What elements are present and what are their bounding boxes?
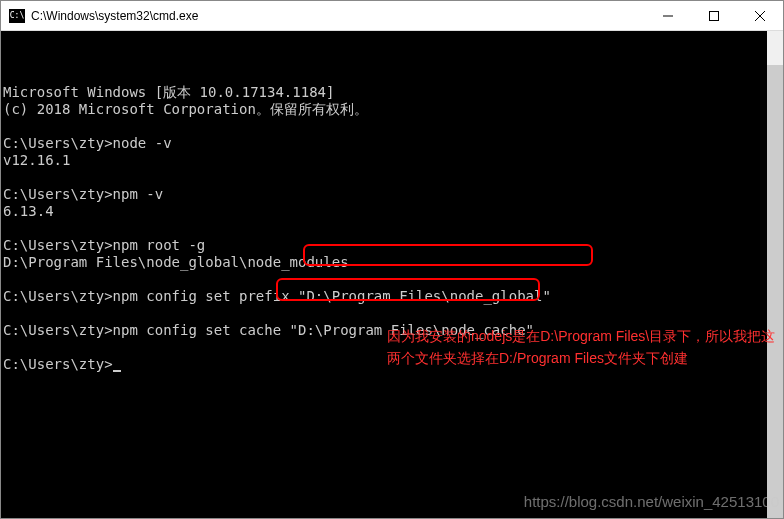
command-npm-root: npm root -g bbox=[113, 237, 206, 253]
output-npm-root: D:\Program Files\node_global\node_module… bbox=[3, 254, 349, 270]
close-icon bbox=[755, 11, 765, 21]
output-npm-version: 6.13.4 bbox=[3, 203, 54, 219]
command-npm-prefix: npm config set prefix "D:\Program Files\… bbox=[113, 288, 551, 304]
prompt: C:\Users\zty> bbox=[3, 288, 113, 304]
maximize-button[interactable] bbox=[691, 1, 737, 30]
window-title: C:\Windows\system32\cmd.exe bbox=[31, 9, 645, 23]
window-buttons bbox=[645, 1, 783, 30]
scrollbar-thumb[interactable] bbox=[767, 65, 783, 518]
cmd-icon: C:\ bbox=[9, 9, 25, 23]
annotation-text: 因为我安装的nodejs是在D:\Program Files\目录下，所以我把这… bbox=[387, 325, 777, 369]
output-node-version: v12.16.1 bbox=[3, 152, 70, 168]
close-button[interactable] bbox=[737, 1, 783, 30]
minimize-icon bbox=[663, 11, 673, 21]
scrollbar[interactable] bbox=[767, 31, 783, 518]
cmd-window: C:\ C:\Windows\system32\cmd.exe Microsof… bbox=[0, 0, 784, 519]
maximize-icon bbox=[709, 11, 719, 21]
watermark: https://blog.csdn.net/weixin_42513100 bbox=[524, 493, 779, 510]
os-version-line: Microsoft Windows [版本 10.0.17134.1184] bbox=[3, 84, 334, 100]
window-titlebar[interactable]: C:\ C:\Windows\system32\cmd.exe bbox=[1, 1, 783, 31]
svg-rect-1 bbox=[710, 11, 719, 20]
command-npm-version: npm -v bbox=[113, 186, 164, 202]
prompt: C:\Users\zty> bbox=[3, 356, 113, 372]
prompt: C:\Users\zty> bbox=[3, 322, 113, 338]
prompt: C:\Users\zty> bbox=[3, 186, 113, 202]
minimize-button[interactable] bbox=[645, 1, 691, 30]
prompt: C:\Users\zty> bbox=[3, 135, 113, 151]
terminal-area[interactable]: Microsoft Windows [版本 10.0.17134.1184] (… bbox=[1, 31, 783, 518]
command-node-version: node -v bbox=[113, 135, 172, 151]
prompt: C:\Users\zty> bbox=[3, 237, 113, 253]
cursor bbox=[113, 370, 121, 372]
copyright-line: (c) 2018 Microsoft Corporation。保留所有权利。 bbox=[3, 101, 368, 117]
